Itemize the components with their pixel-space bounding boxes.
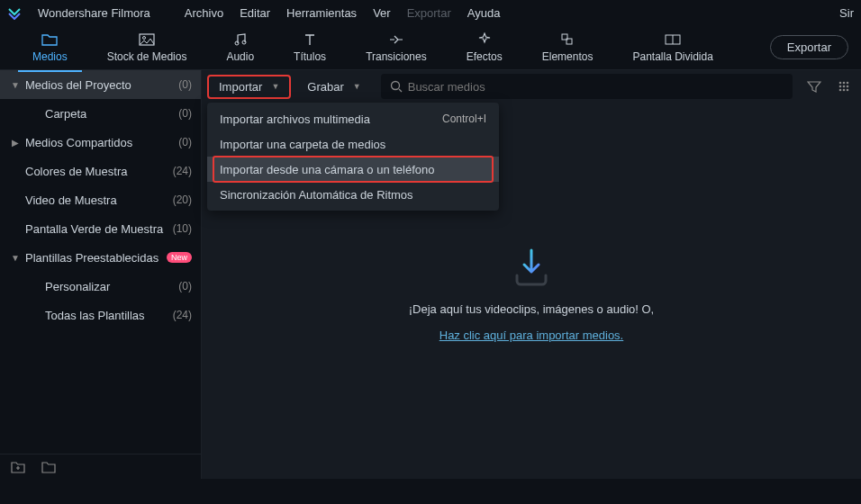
drop-link[interactable]: Haz clic aquí para importar medios.	[440, 328, 623, 342]
sparkle-icon	[476, 32, 493, 48]
drop-text: ¡Deja aquí tus videoclips, imágenes o au…	[409, 302, 654, 316]
chevron-down-icon: ▼	[9, 253, 22, 263]
folder-icon[interactable]	[41, 461, 56, 473]
svg-point-10	[839, 82, 842, 85]
chevron-down-icon: ▼	[9, 80, 22, 90]
dd-auto-beat[interactable]: Sincronización Automática de Ritmos	[207, 182, 499, 207]
tree-carpeta[interactable]: Carpeta (0)	[0, 99, 201, 128]
dd-import-files[interactable]: Importar archivos multimedia Control+I	[207, 106, 499, 131]
tab-titulos[interactable]: Títulos	[274, 32, 346, 63]
shortcut-text: Control+I	[442, 112, 486, 125]
folder-icon	[41, 32, 58, 48]
tab-efectos[interactable]: Efectos	[447, 32, 522, 63]
svg-line-9	[399, 89, 402, 92]
dd-import-folder[interactable]: Importar una carpeta de medios	[207, 131, 499, 157]
tree-plantillas[interactable]: ▼ Plantillas Preestablecidas New	[0, 243, 201, 272]
add-folder-icon[interactable]	[11, 461, 25, 473]
menu-ver[interactable]: Ver	[373, 6, 391, 20]
search-icon	[390, 80, 403, 93]
toolbar: Medios Stock de Medios Audio Títulos Tra…	[0, 25, 861, 70]
dd-import-device[interactable]: Importar desde una cámara o un teléfono	[207, 157, 499, 182]
filter-icon[interactable]	[802, 80, 827, 93]
content-toolbar: Importar ▼ Grabar ▼	[202, 70, 861, 103]
menu-herramientas[interactable]: Herramientas	[286, 6, 357, 20]
titlebar-right-text: Sir	[839, 6, 854, 20]
app-title: Wondershare Filmora	[38, 6, 150, 20]
svg-point-11	[843, 82, 846, 85]
tree-medios-proyecto[interactable]: ▼ Medios del Proyecto (0)	[0, 70, 201, 99]
svg-point-13	[839, 86, 842, 88]
export-button[interactable]: Exportar	[770, 35, 848, 59]
svg-point-18	[847, 89, 849, 92]
svg-point-14	[843, 86, 846, 88]
transition-icon	[388, 32, 404, 48]
tab-medios[interactable]: Medios	[13, 32, 87, 63]
tree-pantalla-verde[interactable]: ▶ Pantalla Verde de Muestra (10)	[0, 214, 201, 243]
tree-colores-muestra[interactable]: ▶ Colores de Muestra (24)	[0, 157, 201, 185]
main: ▼ Medios del Proyecto (0) Carpeta (0) ▶ …	[0, 70, 861, 479]
tab-elementos[interactable]: Elementos	[522, 32, 613, 63]
tab-transiciones[interactable]: Transiciones	[346, 32, 447, 63]
tree-video-muestra[interactable]: ▶ Video de Muestra (20)	[0, 185, 201, 214]
sidebar: ▼ Medios del Proyecto (0) Carpeta (0) ▶ …	[0, 70, 202, 479]
tab-audio[interactable]: Audio	[206, 32, 274, 63]
svg-point-1	[143, 37, 146, 40]
tree-medios-compartidos[interactable]: ▶ Medios Compartidos (0)	[0, 128, 201, 157]
svg-point-17	[843, 89, 846, 92]
text-icon	[302, 32, 318, 48]
svg-point-15	[847, 86, 849, 88]
menu-ayuda[interactable]: Ayuda	[467, 6, 501, 20]
music-icon	[232, 32, 249, 48]
tab-pantalla-dividida[interactable]: Pantalla Dividida	[612, 32, 732, 63]
chevron-down-icon: ▼	[271, 82, 279, 91]
menu-editar[interactable]: Editar	[240, 6, 270, 20]
menu-archivo[interactable]: Archivo	[185, 6, 223, 20]
split-icon	[665, 32, 681, 48]
svg-point-8	[391, 82, 399, 90]
app-logo-icon	[7, 5, 22, 20]
tab-stock[interactable]: Stock de Medios	[87, 32, 207, 63]
chevron-right-icon: ▶	[9, 138, 22, 148]
grid-icon[interactable]	[832, 80, 856, 93]
shapes-icon	[559, 32, 576, 48]
content-area: Importar ▼ Grabar ▼ Importar archivos mu…	[202, 70, 861, 479]
import-dropdown-button[interactable]: Importar ▼	[207, 75, 291, 99]
download-icon	[506, 239, 557, 290]
new-badge: New	[167, 252, 192, 263]
tree-todas-plantillas[interactable]: Todas las Plantillas (24)	[0, 301, 201, 329]
menu-exportar[interactable]: Exportar	[407, 6, 451, 20]
sidebar-footer	[0, 454, 201, 479]
search-input[interactable]	[408, 80, 784, 94]
search-wrapper	[381, 74, 793, 99]
record-dropdown-button[interactable]: Grabar ▼	[296, 76, 371, 98]
titlebar: Wondershare Filmora Archivo Editar Herra…	[0, 0, 861, 25]
chevron-down-icon: ▼	[353, 82, 361, 91]
svg-point-12	[847, 82, 849, 85]
import-dropdown-menu: Importar archivos multimedia Control+I I…	[207, 103, 499, 211]
tree-personalizar[interactable]: Personalizar (0)	[0, 272, 201, 301]
image-icon	[139, 32, 155, 48]
svg-point-16	[839, 89, 842, 92]
